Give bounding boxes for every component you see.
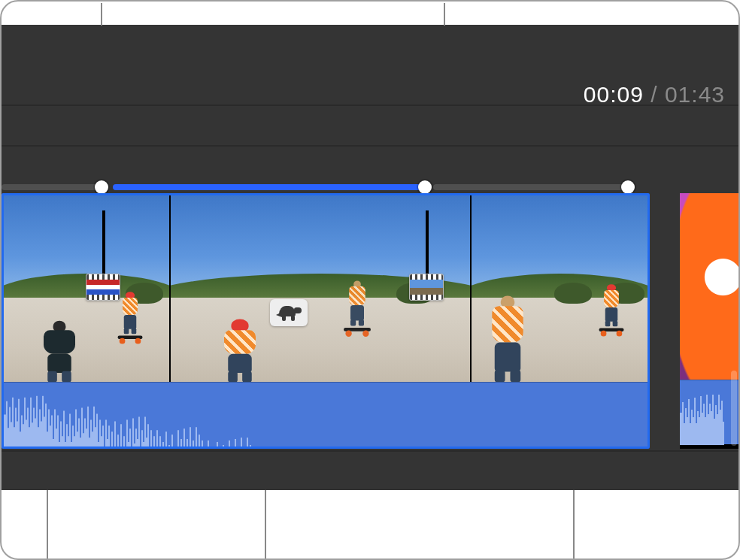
divider [2,450,740,452]
speed-segment-normal[interactable] [433,184,627,190]
film-strip-icon [409,274,444,301]
clip-thumbnail [680,193,740,380]
playhead-time: 00:09 [584,82,644,107]
speed-segment-slow[interactable] [113,184,424,190]
timeline-track[interactable] [2,180,740,449]
film-strip-icon [86,274,120,301]
clip-audio-waveform[interactable] [4,382,648,446]
divider [2,145,740,147]
callout-leader [101,3,102,26]
speed-segment-normal[interactable] [2,184,101,190]
callout-leader [573,490,575,560]
clip-thumbnails [4,195,648,382]
time-display: 00:09 / 01:43 [584,82,725,107]
slow-speed-badge [270,299,308,326]
video-editor-panel: 00:09 / 01:43 [2,25,740,490]
speed-slider-track[interactable] [2,180,650,193]
total-duration: 01:43 [665,82,725,107]
speed-handle[interactable] [621,180,635,194]
waveform-icon [4,383,648,446]
vertical-scrollbar[interactable] [731,371,737,446]
divider [2,104,740,106]
timeline-clip-selected[interactable] [2,193,650,449]
clip-thumbnail [470,195,648,382]
callout-leader [444,3,445,26]
callout-leader [265,490,266,560]
callout-leader [47,490,48,560]
speed-handle[interactable] [95,180,108,194]
time-separator: / [644,82,665,107]
speed-handle[interactable] [418,180,432,194]
turtle-icon [276,304,302,321]
screenshot-frame: 00:09 / 01:43 [0,0,740,560]
